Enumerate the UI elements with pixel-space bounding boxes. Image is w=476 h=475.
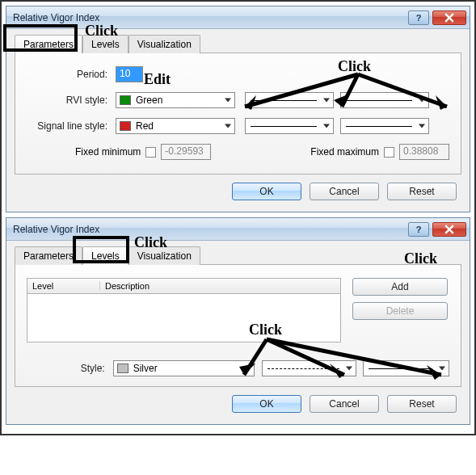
green-swatch-icon [120,95,131,105]
help-button[interactable]: ? [408,222,429,237]
period-label: Period: [27,69,116,80]
titlebar[interactable]: Relative Vigor Index ? [6,218,470,241]
style-color-combo[interactable]: Silver [113,360,255,376]
rvi-style-label: RVI style: [27,95,116,106]
signal-style-label: Signal line style: [27,120,116,132]
column-level[interactable]: Level [27,281,100,291]
add-button[interactable]: Add [352,278,448,296]
line-weight-icon [369,368,432,369]
chevron-down-icon [225,124,231,128]
chevron-down-icon [346,367,352,371]
close-icon [444,225,454,234]
silver-swatch-icon [117,364,128,373]
button-row: OK Cancel Reset [15,174,461,204]
red-swatch-icon [120,121,131,131]
signal-linewidth-combo[interactable] [340,118,429,134]
reset-button[interactable]: Reset [387,395,457,413]
cancel-button[interactable]: Cancel [310,395,379,413]
reset-button[interactable]: Reset [387,183,457,200]
tabstrip: Parameters Levels Visualization [15,246,461,265]
chevron-down-icon [439,367,445,371]
tab-visualization[interactable]: Visualization [128,246,200,265]
rvi-linewidth-combo[interactable] [340,92,429,108]
line-solid-icon [251,100,317,101]
help-button[interactable]: ? [408,11,429,25]
line-weight-icon [346,100,412,101]
tab-levels[interactable]: Levels [82,246,128,265]
close-button[interactable] [432,222,466,237]
fixed-min-label: Fixed minimum [75,146,141,158]
line-weight-icon [346,126,412,127]
period-input[interactable]: 10 [116,66,143,82]
signal-color-combo[interactable]: Red [116,118,235,134]
button-row: OK Cancel Reset [15,387,461,416]
tab-visualization[interactable]: Visualization [128,35,200,53]
style-label: Style: [27,363,113,374]
rvi-linestyle-combo[interactable] [245,92,334,108]
dialog-title: Relative Vigor Index [13,12,405,23]
ok-button[interactable]: OK [232,183,301,200]
chevron-down-icon [225,99,231,103]
chevron-down-icon [244,367,251,371]
close-icon [444,13,454,23]
fixed-min-input[interactable]: -0.29593 [161,144,211,160]
titlebar[interactable]: Relative Vigor Index ? [6,6,470,29]
dialog-parameters: Relative Vigor Index ? Parameters Levels… [6,6,470,212]
rvi-color-combo[interactable]: Green [116,92,235,108]
line-dash-icon [267,368,339,369]
fixed-min-checkbox[interactable] [145,147,156,158]
column-description[interactable]: Description [100,281,340,291]
delete-button[interactable]: Delete [352,302,448,320]
chevron-down-icon [323,99,330,103]
levels-panel: Level Description Add Delete Style: Silv… [15,265,461,387]
levels-list[interactable] [27,294,341,343]
ok-button[interactable]: OK [232,395,301,413]
chevron-down-icon [419,99,425,103]
signal-linestyle-combo[interactable] [245,118,334,134]
style-linewidth-combo[interactable] [363,360,449,376]
tab-parameters[interactable]: Parameters [15,35,82,53]
levels-list-header: Level Description [27,278,341,294]
chevron-down-icon [323,124,330,128]
fixed-max-label: Fixed maximum [310,146,379,158]
style-linestyle-combo[interactable] [262,360,356,376]
parameters-panel: Period: 10 RVI style: Green [15,53,461,174]
tab-levels[interactable]: Levels [82,35,128,53]
dialog-title: Relative Vigor Index [13,224,405,235]
tabstrip: Parameters Levels Visualization [15,34,461,53]
tab-parameters[interactable]: Parameters [15,246,82,265]
fixed-max-input[interactable]: 0.38808 [399,144,449,160]
line-solid-icon [251,126,317,127]
close-button[interactable] [432,11,466,25]
fixed-max-checkbox[interactable] [384,147,394,158]
chevron-down-icon [419,124,425,128]
dialog-levels: Relative Vigor Index ? Parameters Levels… [6,217,470,425]
cancel-button[interactable]: Cancel [310,183,379,200]
